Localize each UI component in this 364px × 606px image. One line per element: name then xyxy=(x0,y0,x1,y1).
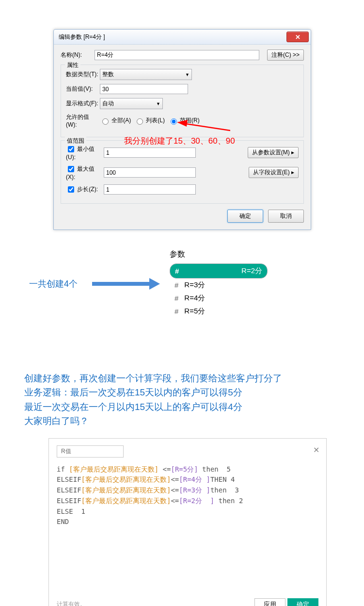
cancel-button[interactable]: 取消 xyxy=(268,210,304,223)
datatype-label: 数据类型(T): xyxy=(66,70,100,79)
range-fieldset: 值范围 最小值(U): 从参数设置(M) ▸ 最大值(X): 从字段设置(E) … xyxy=(61,140,304,204)
dialog-titlebar[interactable]: 编辑参数 [R=4分 ] ✕ xyxy=(54,30,311,45)
calculation-editor: R值 ✕ if [客户最后交易距离现在天数] <=[R=5分] then 5 E… xyxy=(48,438,327,606)
current-value-input[interactable] xyxy=(100,84,188,94)
radio-list[interactable]: 列表(L) xyxy=(134,116,165,125)
svg-rect-2 xyxy=(92,282,149,286)
close-button[interactable]: ✕ xyxy=(286,32,309,42)
max-checkbox[interactable]: 最大值(X): xyxy=(66,164,104,180)
red-annotation: 我分别创建了15、30、60、90 xyxy=(124,135,235,147)
radio-all[interactable]: 全部(A) xyxy=(100,116,131,125)
from-param-button[interactable]: 从参数设置(M) ▸ xyxy=(248,147,299,158)
min-checkbox[interactable]: 最小值(U): xyxy=(66,145,104,161)
name-label: 名称(N): xyxy=(61,51,95,59)
properties-legend: 属性 xyxy=(65,61,80,69)
blue-arrow-icon xyxy=(92,278,160,290)
calc-name-input[interactable]: R值 xyxy=(57,445,124,458)
format-label: 显示格式(F): xyxy=(66,99,100,108)
current-value-label: 当前值(V): xyxy=(66,85,100,93)
confirm-button[interactable]: 确定 xyxy=(287,598,318,606)
param-item[interactable]: #R=5分 xyxy=(170,305,305,318)
param-item[interactable]: #R=2分 xyxy=(170,263,268,278)
allowed-label: 允许的值(W): xyxy=(66,113,100,128)
svg-line-0 xyxy=(186,124,230,131)
parameters-panel: 参数 #R=2分 #R=3分 #R=4分 #R=5分 xyxy=(170,249,305,318)
range-legend: 值范围 xyxy=(65,137,86,145)
hash-icon: # xyxy=(174,294,178,302)
formula-textarea[interactable]: if [客户最后交易距离现在天数] <=[R=5分] then 5 ELSEIF… xyxy=(57,464,318,581)
close-icon[interactable]: ✕ xyxy=(313,445,319,455)
svg-marker-3 xyxy=(149,278,160,290)
chevron-down-icon: ▼ xyxy=(185,72,190,77)
step-input[interactable] xyxy=(104,184,196,195)
param-item[interactable]: #R=4分 xyxy=(170,292,305,305)
hash-icon: # xyxy=(174,307,178,315)
step-checkbox[interactable]: 步长(Z): xyxy=(66,185,104,194)
svg-marker-1 xyxy=(177,120,188,127)
name-input[interactable] xyxy=(95,50,259,60)
red-arrow-icon xyxy=(177,120,230,134)
dialog-title: 编辑参数 [R=4分 ] xyxy=(59,33,105,41)
datatype-select[interactable]: 整数▼ xyxy=(100,69,192,80)
ok-button[interactable]: 确定 xyxy=(227,210,263,223)
hash-icon: # xyxy=(174,281,178,289)
comment-button[interactable]: 注释(C) >> xyxy=(267,49,304,61)
validation-status: 计算有效。 xyxy=(57,600,86,606)
format-select[interactable]: 自动▼ xyxy=(100,98,163,109)
hash-icon: # xyxy=(175,267,179,275)
param-item[interactable]: #R=3分 xyxy=(170,278,305,292)
apply-button[interactable]: 应用 xyxy=(254,598,285,606)
parameters-header: 参数 xyxy=(170,249,305,260)
created-count-label: 一共创建4个 xyxy=(29,278,78,290)
min-input[interactable] xyxy=(104,147,196,158)
explanation-paragraph: 创建好参数，再次创建一个计算字段，我们要给这些客户打分了 业务逻辑：最后一次交易… xyxy=(24,371,340,428)
from-field-button[interactable]: 从字段设置(E) ▸ xyxy=(249,167,299,178)
max-input[interactable] xyxy=(104,167,196,178)
chevron-down-icon: ▼ xyxy=(156,101,160,106)
